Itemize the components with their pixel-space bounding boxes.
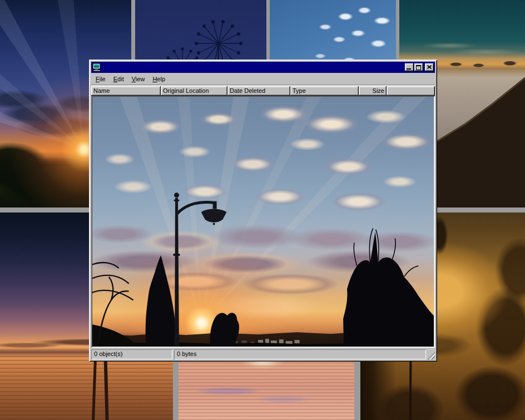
title-bar[interactable] (91, 62, 435, 73)
column-header-date-deleted[interactable]: Date Deleted (227, 86, 290, 96)
column-header-row: Name Original Location Date Deleted Type… (91, 86, 435, 96)
column-header-size[interactable]: Size (359, 86, 387, 96)
sunset-photo (92, 97, 434, 347)
list-view-area[interactable] (91, 96, 435, 348)
maximize-button[interactable] (414, 63, 423, 71)
desktop: { "desktop": { "gutter_color": "#9a9a9a"… (0, 0, 525, 420)
menu-bar: File Edit View Help (91, 73, 435, 85)
recycle-bin-window: File Edit View Help Name Original Locati… (89, 60, 437, 362)
photo-silhouettes (92, 97, 434, 347)
close-button[interactable] (425, 63, 434, 71)
close-icon (427, 65, 432, 69)
computer-icon (92, 63, 101, 72)
right-tree-mass (343, 231, 434, 347)
menu-view[interactable]: View (128, 74, 149, 84)
column-header-blank (387, 86, 435, 96)
resize-grip[interactable] (428, 352, 435, 359)
cypress-tree-left (146, 255, 176, 347)
minimize-button[interactable] (405, 63, 414, 71)
menu-edit[interactable]: Edit (110, 74, 128, 84)
menu-help[interactable]: Help (148, 74, 169, 84)
bush-silhouette (210, 313, 239, 347)
column-header-original-location[interactable]: Original Location (161, 86, 227, 96)
status-bar: 0 object(s) 0 bytes (91, 349, 435, 359)
menu-file[interactable]: File (92, 74, 110, 84)
status-object-count: 0 object(s) (91, 349, 172, 359)
status-byte-count: 0 bytes (174, 349, 426, 359)
column-header-type[interactable]: Type (290, 86, 359, 96)
column-header-name[interactable]: Name (91, 86, 161, 96)
